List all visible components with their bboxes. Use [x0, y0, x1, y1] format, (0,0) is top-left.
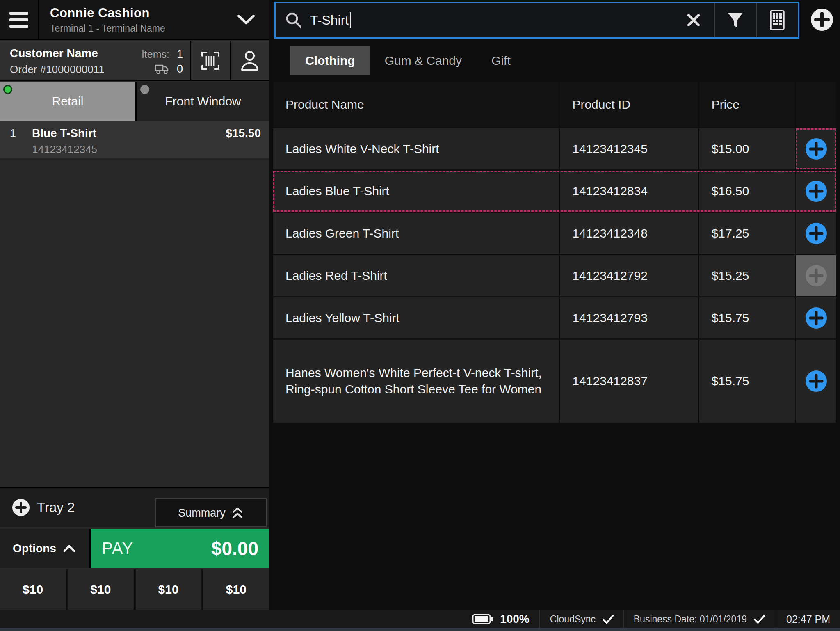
tab-retail[interactable]: Retail [0, 82, 135, 121]
table-row[interactable]: Ladies Red T-Shirt 14123412792 $15.25 [273, 255, 836, 296]
add-tray-icon[interactable] [11, 498, 30, 517]
add-cell [796, 128, 836, 169]
clear-search-button[interactable] [673, 3, 714, 37]
tab-clothing[interactable]: Clothing [290, 46, 370, 75]
search-box[interactable]: T-Shirt [274, 2, 799, 39]
person-icon [239, 49, 261, 72]
screen-edge-strip [0, 628, 840, 631]
product-name: Ladies Green T-Shirt [273, 213, 559, 254]
product-id: 14123412837 [560, 340, 698, 423]
order-type-tabs: Retail Front Window [0, 82, 269, 121]
cart-item-price: $15.50 [226, 127, 261, 140]
active-status-dot [3, 85, 12, 94]
category-tabs: Clothing Gum & Candy Gift [290, 46, 525, 75]
product-price: $15.75 [699, 297, 795, 338]
order-counts: Items: 1 0 [126, 41, 190, 80]
tab-gift[interactable]: Gift [477, 46, 525, 75]
quick-cash-button[interactable]: $10 [136, 569, 201, 610]
tray-label: Tray 2 [37, 500, 75, 515]
filter-button[interactable] [715, 3, 756, 37]
table-header: Product Name Product ID Price [273, 82, 836, 127]
time-label: 02:47 PM [786, 613, 830, 625]
add-to-cart-button[interactable] [805, 370, 828, 393]
add-cell [796, 213, 836, 254]
cart-item-sku: 14123412345 [32, 143, 261, 156]
order-number: Order #1000000011 [10, 63, 126, 76]
product-id: 14123412348 [560, 213, 698, 254]
search-input[interactable]: T-Shirt [310, 12, 351, 28]
items-label: Items: [142, 48, 169, 60]
cart-item-name: Blue T-Shirt [32, 127, 226, 140]
summary-button[interactable]: Summary [155, 498, 267, 527]
pay-row: Options PAY $0.00 [0, 529, 269, 568]
product-price: $15.00 [699, 128, 795, 169]
status-bar: 100% CloudSync Business Date: 01/01/2019… [0, 610, 840, 628]
quick-cash-label: $10 [226, 583, 247, 597]
quick-cash-row: $10 $10 $10 $10 [0, 569, 269, 610]
tab-gum-candy[interactable]: Gum & Candy [370, 46, 477, 75]
cart-line-item[interactable]: 1 Blue T-Shirt $15.50 14123412345 [0, 121, 269, 160]
table-row[interactable]: Ladies White V-Neck T-Shirt 14123412345 … [273, 128, 836, 169]
column-header-id: Product ID [560, 82, 698, 127]
truck-icon [155, 64, 169, 74]
tab-retail-label: Retail [52, 94, 84, 108]
battery-status: 100% [462, 610, 539, 628]
quick-cash-button[interactable]: $10 [0, 569, 66, 610]
chevron-up-icon [63, 544, 76, 553]
table-row[interactable]: Ladies Green T-Shirt 14123412348 $17.25 [273, 213, 836, 254]
column-header-add [796, 82, 836, 127]
quick-cash-label: $10 [90, 583, 111, 597]
options-label: Options [13, 542, 56, 555]
column-header-name: Product Name [273, 82, 559, 127]
add-to-cart-button[interactable] [805, 222, 828, 245]
quick-cash-button[interactable]: $10 [203, 569, 269, 610]
table-row[interactable]: Hanes Women's White Perfect-t V-neck T-s… [273, 340, 836, 423]
clock: 02:47 PM [776, 610, 840, 628]
quick-cash-button[interactable]: $10 [68, 569, 133, 610]
inactive-status-dot [140, 85, 149, 94]
tray-bar: Tray 2 Summary [0, 487, 269, 527]
terminal-selector[interactable]: Connie Cashion Terminal 1 - Terminal Nam… [38, 0, 237, 39]
keypad-button[interactable] [757, 3, 798, 37]
items-count: 1 [177, 48, 183, 61]
chevron-down-icon[interactable] [237, 14, 255, 25]
product-name: Ladies Blue T-Shirt [273, 171, 559, 212]
business-date-label: Business Date: 01/01/2019 [634, 614, 747, 625]
summary-label: Summary [178, 507, 226, 519]
order-panel: Connie Cashion Terminal 1 - Terminal Nam… [0, 0, 269, 610]
menu-icon[interactable] [0, 12, 38, 28]
product-price: $17.25 [699, 213, 795, 254]
search-icon [285, 11, 303, 29]
add-to-cart-button[interactable] [805, 306, 828, 329]
barcode-scan-button[interactable] [190, 41, 230, 80]
customer-button[interactable] [230, 41, 269, 80]
pay-button[interactable]: PAY $0.00 [91, 529, 269, 568]
add-cell [796, 340, 836, 423]
table-row[interactable]: Ladies Blue T-Shirt 14123412834 $16.50 [273, 171, 836, 212]
double-chevron-up-icon [231, 507, 244, 519]
cloud-sync-status: CloudSync [539, 610, 623, 628]
product-id: 14123412792 [560, 255, 698, 296]
app-header: Connie Cashion Terminal 1 - Terminal Nam… [0, 0, 269, 40]
add-to-cart-button-disabled [805, 264, 828, 287]
pay-label: PAY [102, 539, 133, 558]
quick-cash-label: $10 [158, 583, 179, 597]
product-name: Ladies White V-Neck T-Shirt [273, 128, 559, 169]
product-price: $15.75 [699, 340, 795, 423]
add-to-cart-button[interactable] [805, 180, 828, 203]
check-icon [753, 614, 766, 624]
product-name: Ladies Yellow T-Shirt [273, 297, 559, 338]
customer-info[interactable]: Customer Name Order #1000000011 [0, 41, 126, 80]
add-new-product-button[interactable] [810, 7, 834, 32]
add-to-cart-button[interactable] [805, 137, 828, 160]
text-caret [350, 12, 351, 28]
cashier-name: Connie Cashion [50, 6, 237, 21]
table-row[interactable]: Ladies Yellow T-Shirt 14123412793 $15.75 [273, 297, 836, 338]
pay-amount: $0.00 [211, 537, 258, 560]
options-button[interactable]: Options [0, 529, 91, 568]
tab-front-window[interactable]: Front Window [135, 82, 269, 121]
business-date-status: Business Date: 01/01/2019 [623, 610, 776, 628]
customer-bar: Customer Name Order #1000000011 Items: 1… [0, 41, 269, 81]
quick-cash-label: $10 [23, 583, 43, 597]
cloud-sync-label: CloudSync [550, 614, 596, 625]
